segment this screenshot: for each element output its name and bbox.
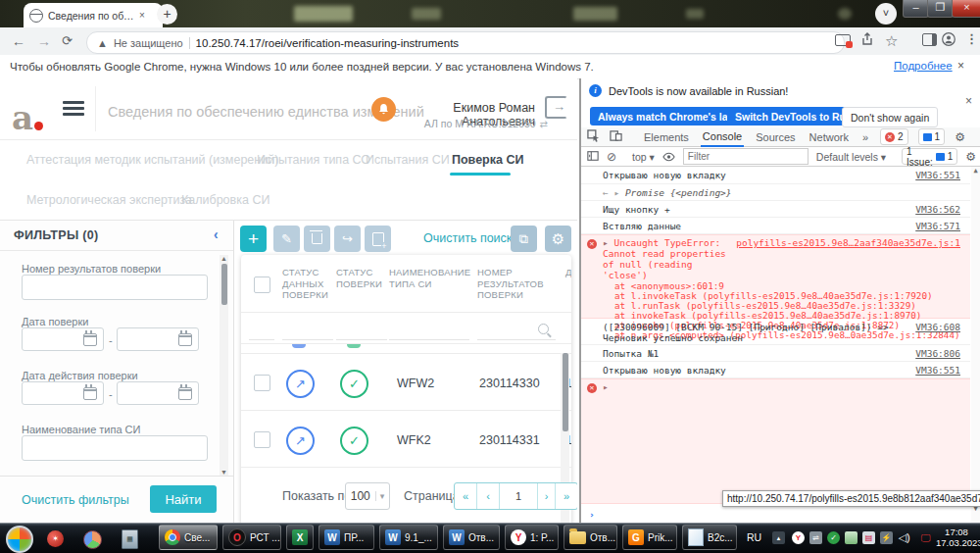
console-error-row[interactable]: ✕ ▸ Uncaught TypeError: Cannot read prop… <box>581 234 970 319</box>
start-button[interactable] <box>6 526 33 553</box>
row-checkbox[interactable] <box>254 375 270 391</box>
open-record-icon[interactable]: ↗ <box>286 370 315 398</box>
filter-input-type-name[interactable] <box>22 435 208 461</box>
tray-yandex-icon[interactable]: Y <box>792 531 805 544</box>
nav-tab-attestation[interactable]: Аттестация методик испытаний (измерений) <box>26 153 278 167</box>
dont-show-again-button[interactable]: Don't show again <box>842 107 938 127</box>
tray-usb-icon[interactable]: ⇌ <box>809 531 822 544</box>
tray-shield-icon[interactable]: ✓ <box>827 531 840 544</box>
language-indicator[interactable]: RU <box>747 531 761 543</box>
share-icon[interactable] <box>860 32 874 49</box>
report-button[interactable] <box>365 226 391 252</box>
tab-close-icon[interactable]: × <box>139 10 145 21</box>
devtools-menu-icon[interactable]: ⋮ <box>975 127 980 146</box>
more-tabs-icon[interactable]: » <box>860 127 870 146</box>
browser-menu-icon[interactable]: ⋮ <box>965 31 978 46</box>
edit-record-button[interactable]: ✎ <box>273 226 300 252</box>
issues-badge[interactable]: 1 Issue:1 <box>902 148 957 165</box>
search-cell[interactable] <box>282 316 333 340</box>
column-search-icon[interactable] <box>538 324 549 334</box>
filter-date-from[interactable] <box>22 327 104 351</box>
forward-button[interactable]: → <box>37 33 51 49</box>
console-error-row[interactable]: ✕ ▸ <box>581 378 970 504</box>
search-cell[interactable] <box>336 316 387 340</box>
profile-icon[interactable] <box>942 32 956 50</box>
inspect-element-icon[interactable] <box>587 128 600 146</box>
message-count-badge[interactable]: 1 <box>918 128 946 145</box>
console-scrollbar[interactable]: ▲ ▼ <box>971 167 980 523</box>
clear-search-link[interactable]: Очистить поиск <box>423 231 512 245</box>
select-all-checkbox[interactable] <box>254 276 270 293</box>
taskbar-word-window-3[interactable]: W Отв... <box>443 525 500 550</box>
col-header-data-status[interactable]: СТАТУС ДАННЫХ ПОВЕРКИ <box>282 267 333 301</box>
export-button[interactable]: ⧉ <box>511 226 537 252</box>
nav-tab-metrology[interactable]: Метрологическая экспертиза <box>26 193 192 207</box>
notice-more-link[interactable]: Подробнее <box>894 60 953 72</box>
quicklaunch-app-icon[interactable]: ✶ <box>47 530 64 547</box>
banner-close-icon[interactable]: × <box>965 94 972 108</box>
table-row[interactable]: ↗ ✓ WFK2 230114331 1 <box>241 411 571 467</box>
tab-console[interactable]: Console <box>701 126 744 147</box>
back-button[interactable]: ← <box>12 33 25 49</box>
pager-first-button[interactable]: « <box>455 483 477 509</box>
eye-icon[interactable] <box>662 148 675 166</box>
window-restore-button[interactable]: ❐ <box>927 0 954 18</box>
memory-saver-icon[interactable] <box>835 32 851 50</box>
calendar-icon[interactable] <box>178 333 192 346</box>
source-link[interactable]: VM36:551 <box>915 170 960 180</box>
open-record-icon[interactable]: ↗ <box>286 427 315 455</box>
filter-valid-from[interactable] <box>22 381 104 405</box>
taskbar-chrome-window[interactable]: Све... <box>159 525 218 550</box>
taskbar-excel-window[interactable]: X <box>286 525 314 550</box>
nav-tab-calibration[interactable]: Калибровка СИ <box>181 193 270 207</box>
console-result-row[interactable]: ← ▸ Promise {<pending>} <box>581 184 970 201</box>
taskbar-pdf-window[interactable]: G Prik... <box>622 525 677 550</box>
expand-triangle-icon[interactable]: ▸ <box>603 237 613 248</box>
calendar-icon[interactable] <box>178 387 192 400</box>
console-log-row[interactable]: ([230096009] [ВСКМ 90-15] [Пригодно] [Пр… <box>581 319 970 345</box>
window-close-button[interactable]: × <box>952 0 980 18</box>
tray-power-icon[interactable]: ⚡ <box>880 531 893 544</box>
tray-leaf-icon[interactable] <box>845 531 858 544</box>
nav-tab-verification-si-active[interactable]: Поверка СИ <box>452 153 523 167</box>
error-count-badge[interactable]: ✕2 <box>880 128 908 145</box>
log-levels-select[interactable]: Default levels ▾ <box>816 151 886 163</box>
frame-context-select[interactable]: top ▾ <box>632 151 655 163</box>
console-log-row[interactable]: Открываю новую вкладкуVM36:551 <box>581 362 970 378</box>
source-link[interactable]: VM36:608 <box>915 322 960 332</box>
filter-date-to[interactable] <box>117 327 199 351</box>
console-log-row[interactable]: Открываю новую вкладкуVM36:551 <box>581 167 970 184</box>
table-vscroll-thumb[interactable] <box>563 353 568 431</box>
address-url[interactable]: 10.250.74.17/roei/verification-measuring… <box>196 37 459 49</box>
filters-collapse-icon[interactable]: ‹ <box>214 226 219 242</box>
not-secure-label[interactable]: Не защищено <box>114 37 183 49</box>
find-button[interactable]: Найти <box>150 485 217 513</box>
logout-icon[interactable]: → <box>545 96 567 119</box>
table-row[interactable]: ↗ ✓ WFW2 230114330 1 <box>241 354 571 410</box>
pager-current-page[interactable]: 1 <box>500 483 538 509</box>
grid-settings-button[interactable]: ⚙ <box>545 226 571 252</box>
tray-expand-icon[interactable]: ▲ <box>772 531 785 544</box>
calendar-icon[interactable] <box>83 387 97 400</box>
col-header-cut[interactable]: Д <box>565 267 571 278</box>
scroll-up-icon[interactable]: ▲ <box>971 167 980 175</box>
tab-network[interactable]: Network <box>808 127 851 146</box>
window-minimize-button[interactable]: – <box>903 0 929 18</box>
calculator-icon[interactable]: ▦ <box>122 529 138 549</box>
calendar-icon[interactable] <box>83 333 97 346</box>
col-header-verif-status[interactable]: СТАТУС ПОВЕРКИ <box>336 267 387 289</box>
scroll-up-icon[interactable]: ▲ <box>220 255 228 262</box>
taskbar-notepad-window[interactable]: B2c... <box>682 525 737 550</box>
taskbar-opera-window[interactable]: O РСТ ... <box>222 525 281 550</box>
taskbar-folder-window[interactable]: Отв... <box>564 525 617 550</box>
add-record-button[interactable]: + <box>240 226 267 252</box>
tray-tasks-icon[interactable]: ▤ <box>862 531 875 544</box>
send-record-button[interactable]: ↪ <box>334 226 361 252</box>
bookmark-star-icon[interactable]: ☆ <box>885 32 898 50</box>
filters-scroll-thumb[interactable] <box>221 264 227 305</box>
network-disconnected-icon[interactable]: 🖵 <box>919 531 932 544</box>
taskbar-word-window-1[interactable]: W ПР... <box>318 525 374 550</box>
expand-triangle-icon[interactable]: ▸ <box>603 381 609 392</box>
not-secure-warning-icon[interactable]: ▲ <box>97 37 108 49</box>
console-log-row[interactable]: Попытка №1VM36:806 <box>581 345 970 362</box>
